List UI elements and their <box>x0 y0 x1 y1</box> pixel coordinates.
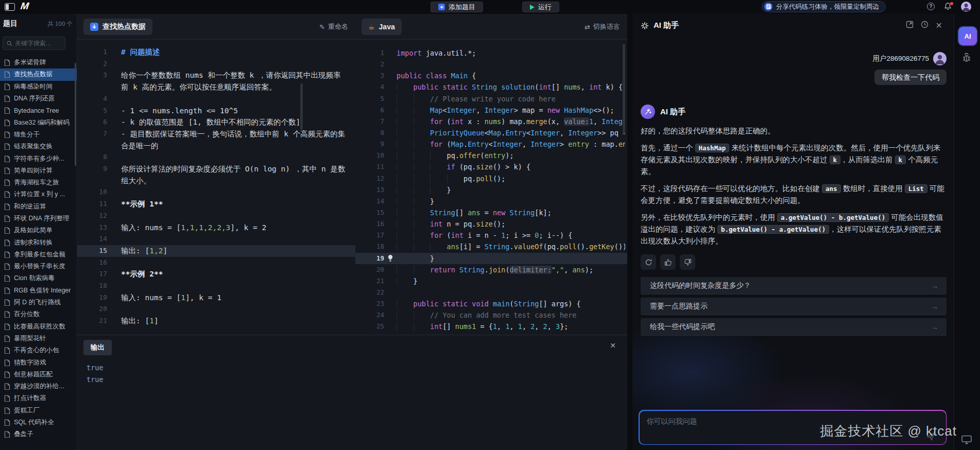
help-icon[interactable]: ? <box>927 3 935 10</box>
sidebar-item-label: 病毒感染时间 <box>14 82 53 91</box>
sidebar-item[interactable]: DNA 序列还原 <box>0 93 77 105</box>
switch-language-button[interactable]: ⇄ 切换语言 <box>584 22 620 31</box>
sidebar-item[interactable]: 拿到最多红包金额 <box>0 249 77 261</box>
line-number: 7 <box>355 116 384 127</box>
thumbs-up-icon[interactable] <box>660 254 676 270</box>
code-text: public static String solution(int[] nums… <box>397 81 625 93</box>
sidebar-item[interactable]: 蛋糕工厂 <box>0 405 77 417</box>
sidebar-item[interactable]: 病毒感染时间 <box>0 81 77 93</box>
sidebar-item[interactable]: 阿 D 的飞行路线 <box>0 297 77 308</box>
problem-title-button[interactable]: 查找热点数据 <box>83 19 152 35</box>
sidebar-item[interactable]: RGB 色值转 Integer <box>0 285 77 297</box>
description-scrollbar[interactable] <box>300 83 303 130</box>
sidebar-item[interactable]: 青海湖租车之旅 <box>0 177 77 188</box>
message-actions <box>641 254 947 270</box>
suggestion-label: 需要一点思路提示 <box>650 302 708 311</box>
expand-icon[interactable] <box>906 21 914 30</box>
code-line: 19 } <box>355 253 627 264</box>
thumbs-down-icon[interactable] <box>680 254 695 270</box>
search-input[interactable]: 关键字搜索... <box>3 37 65 50</box>
promo-banner[interactable]: 分享代码练习体验，领限量定制周边 <box>762 1 886 12</box>
history-icon[interactable] <box>921 21 929 30</box>
editor-scrollbar[interactable] <box>623 44 625 134</box>
sidebar-toggle-icon[interactable] <box>5 3 15 11</box>
line-number: 11 <box>355 161 384 172</box>
promo-text: 分享代码练习体验，领限量定制周边 <box>776 3 879 11</box>
sidebar-item[interactable]: 环状 DNA 序列整理 <box>0 213 77 224</box>
user-avatar[interactable] <box>961 2 971 12</box>
send-icon[interactable] <box>926 432 935 441</box>
sidebar-item[interactable]: 链表聚集交换 <box>0 141 77 152</box>
sidebar-item[interactable]: 及格如此简单 <box>0 224 77 236</box>
code-line: 6 Map<Integer, Integer> map = new HashMa… <box>355 105 627 116</box>
description-editor[interactable]: 1# 问题描述2 3给你一个整数数组 nums 和一个整数 k ，请你返回其中出… <box>77 40 355 335</box>
search-placeholder: 关键字搜索... <box>15 39 51 48</box>
sidebar-item[interactable]: 进制求和转换 <box>0 236 77 248</box>
line-number: 3 <box>77 70 107 93</box>
output-tab[interactable]: 输出 <box>83 340 112 355</box>
line-number: 24 <box>355 309 384 321</box>
sidebar-item[interactable]: 打点计数器 <box>0 392 77 404</box>
code-editor[interactable]: 1import java.util.*;2 3public class Main… <box>355 40 627 335</box>
document-icon <box>4 263 10 270</box>
suggested-question[interactable]: 需要一点思路提示→ <box>641 298 947 315</box>
ai-chat-input[interactable] <box>640 411 946 444</box>
line-text: # 问题描述 <box>121 46 348 58</box>
sidebar-item[interactable]: 多米诺骨牌 <box>0 57 77 68</box>
ai-name-label: AI 助手 <box>660 107 685 117</box>
sidebar-item-label: 穿越沙漠的补给... <box>14 382 64 391</box>
sidebar-item[interactable]: 简单四则计算 <box>0 165 77 177</box>
monitor-icon[interactable] <box>961 435 972 445</box>
sidebar-item[interactable]: 计算位置 x 到 y ... <box>0 188 77 200</box>
sidebar-item[interactable]: 创意标题匹配 <box>0 369 77 380</box>
code-text: // You can add more test cases here <box>397 309 625 321</box>
sidebar-item[interactable]: 猫鱼分干 <box>0 129 77 141</box>
sidebar-item-label: 拿到最多红包金额 <box>14 250 65 259</box>
suggested-questions: 这段代码的时间复杂度是多少？→需要一点思路提示→给我一些代码提示吧→ <box>641 277 947 336</box>
suggested-question[interactable]: 给我一些代码提示吧→ <box>641 318 947 336</box>
add-problem-label: 添加题目 <box>449 3 475 12</box>
language-tab-java[interactable]: ☕ Java <box>362 19 402 35</box>
line-text: 输入: nums = [1,1,1,2,2,3], k = 2 <box>121 222 348 234</box>
arrow-down-icon <box>90 23 98 31</box>
ai-input-container <box>639 410 947 445</box>
rename-button[interactable]: ✎ 重命名 <box>319 22 348 31</box>
sidebar-item[interactable]: 叠盘子 <box>0 428 77 440</box>
sidebar-item[interactable]: 暴雨梨花针 <box>0 333 77 344</box>
sidebar-item[interactable]: 比赛最高获胜次数 <box>0 321 77 333</box>
sidebar-item[interactable]: 和的逆运算 <box>0 201 77 213</box>
add-problem-button[interactable]: ＋ 添加题目 <box>431 2 483 12</box>
line-number: 10 <box>355 150 384 161</box>
ai-rail-badge[interactable]: AI <box>958 27 977 45</box>
run-button[interactable]: 运行 <box>522 2 559 12</box>
document-icon <box>4 59 10 66</box>
ai-header-actions: ✕ <box>906 21 942 30</box>
output-close-icon[interactable]: ✕ <box>610 341 616 350</box>
debug-icon[interactable] <box>961 52 972 63</box>
code-line: 24 // You can add more test cases here <box>355 309 627 321</box>
sidebar-item[interactable]: Base32 编码和解码 <box>0 116 77 128</box>
regenerate-icon[interactable] <box>641 254 656 270</box>
sidebar-item[interactable]: Cion 勒索病毒 <box>0 272 77 284</box>
description-line: 14 <box>77 233 355 245</box>
java-cup-icon: ☕ <box>368 23 375 31</box>
sidebar-item[interactable]: 穿越沙漠的补给... <box>0 380 77 392</box>
sidebar-item[interactable]: 最小替换子串长度 <box>0 261 77 272</box>
sidebar-item[interactable]: 猜数字游戏 <box>0 356 77 368</box>
lightbulb-icon[interactable] <box>387 254 394 263</box>
sidebar-scrollbar[interactable] <box>75 63 76 166</box>
sidebar-item[interactable]: SQL 代码补全 <box>0 417 77 428</box>
sidebar-item[interactable]: 字符串有多少种... <box>0 152 77 164</box>
sidebar-item-label: 创意标题匹配 <box>14 370 53 379</box>
sidebar-item[interactable]: 不再贪心的小包 <box>0 344 77 356</box>
document-icon <box>4 335 10 342</box>
notification-bell[interactable] <box>944 2 953 11</box>
sidebar-item[interactable]: 查找热点数据 <box>0 68 77 80</box>
sidebar-item[interactable]: 百分位数 <box>0 308 77 320</box>
description-line: 1# 问题描述 <box>77 46 355 58</box>
suggested-question[interactable]: 这段代码的时间复杂度是多少？→ <box>641 277 947 295</box>
sidebar-item[interactable]: Bytedance Tree <box>0 105 77 116</box>
line-text: 输出: [1,2] <box>121 245 348 257</box>
close-icon[interactable]: ✕ <box>936 21 942 30</box>
line-number: 6 <box>77 116 107 128</box>
